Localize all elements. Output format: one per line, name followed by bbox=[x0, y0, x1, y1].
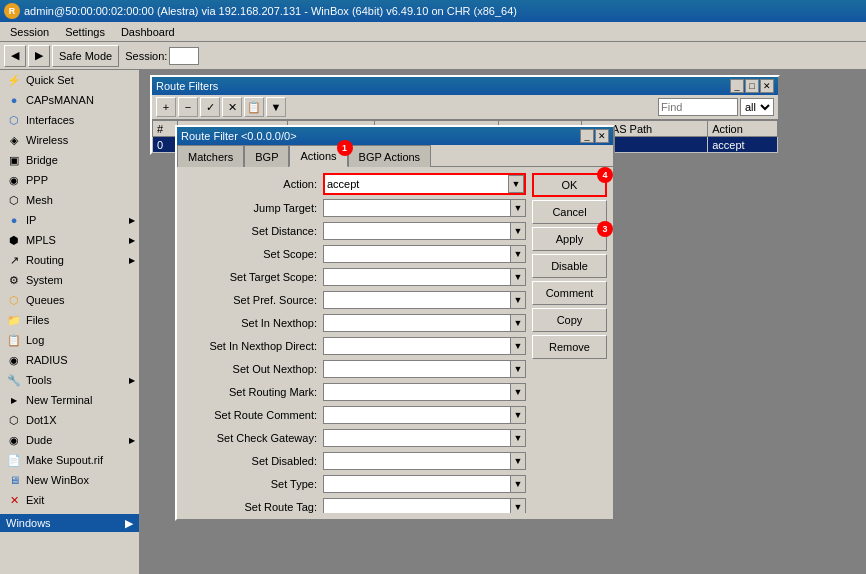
set-distance-dropdown-btn[interactable]: ▼ bbox=[510, 222, 526, 240]
dot1x-icon: ⬡ bbox=[6, 412, 22, 428]
form-row-set-route-comment: Set Route Comment: ▼ bbox=[183, 405, 526, 425]
rf-cancel-button[interactable]: ✕ bbox=[222, 97, 242, 117]
set-check-gateway-input[interactable] bbox=[323, 429, 510, 447]
sidebar-item-quickset[interactable]: ⚡ Quick Set bbox=[0, 70, 139, 90]
session-label: Session: bbox=[125, 50, 167, 62]
sidebar-item-files[interactable]: 📁 Files bbox=[0, 310, 139, 330]
sidebar-item-interfaces[interactable]: ⬡ Interfaces bbox=[0, 110, 139, 130]
remove-button[interactable]: Remove bbox=[532, 335, 607, 359]
sidebar-item-log[interactable]: 📋 Log bbox=[0, 330, 139, 350]
sidebar-item-newwinbox[interactable]: 🖥 New WinBox bbox=[0, 470, 139, 490]
apply-badge: 3 bbox=[597, 221, 613, 237]
sidebar-item-wireless[interactable]: ◈ Wireless bbox=[0, 130, 139, 150]
rf-filter-button[interactable]: ▼ bbox=[266, 97, 286, 117]
set-scope-input[interactable] bbox=[323, 245, 510, 263]
rf-remove-button[interactable]: − bbox=[178, 97, 198, 117]
rf-find-input[interactable] bbox=[658, 98, 738, 116]
set-in-nexthop-input[interactable] bbox=[323, 314, 510, 332]
set-in-nexthop-direct-dropdown-btn[interactable]: ▼ bbox=[510, 337, 526, 355]
set-type-dropdown-btn[interactable]: ▼ bbox=[510, 475, 526, 493]
comment-button[interactable]: Comment bbox=[532, 281, 607, 305]
set-route-tag-dropdown-btn[interactable]: ▼ bbox=[510, 498, 526, 513]
sidebar-item-bridge[interactable]: ▣ Bridge bbox=[0, 150, 139, 170]
set-disabled-input[interactable] bbox=[323, 452, 510, 470]
sidebar-item-queues[interactable]: ⬡ Queues bbox=[0, 290, 139, 310]
tab-bgp-actions[interactable]: BGP Actions bbox=[348, 145, 432, 167]
windows-expand-icon[interactable]: ▶ bbox=[125, 517, 133, 530]
action-input[interactable] bbox=[325, 175, 508, 193]
set-routing-mark-dropdown-btn[interactable]: ▼ bbox=[510, 383, 526, 401]
sidebar-item-system[interactable]: ⚙ System bbox=[0, 270, 139, 290]
set-distance-input[interactable] bbox=[323, 222, 510, 240]
set-scope-dropdown-btn[interactable]: ▼ bbox=[510, 245, 526, 263]
sidebar-item-ip[interactable]: ● IP bbox=[0, 210, 139, 230]
set-disabled-dropdown-btn[interactable]: ▼ bbox=[510, 452, 526, 470]
sidebar-item-dot1x[interactable]: ⬡ Dot1X bbox=[0, 410, 139, 430]
sidebar-item-makesupout[interactable]: 📄 Make Supout.rif bbox=[0, 450, 139, 470]
sidebar-item-mpls[interactable]: ⬢ MPLS bbox=[0, 230, 139, 250]
jump-target-input[interactable] bbox=[323, 199, 510, 217]
safe-mode-button[interactable]: Safe Mode bbox=[52, 45, 119, 67]
copy-button[interactable]: Copy bbox=[532, 308, 607, 332]
sidebar-item-dude[interactable]: ◉ Dude bbox=[0, 430, 139, 450]
rf-check-button[interactable]: ✓ bbox=[200, 97, 220, 117]
app-icon: R bbox=[4, 3, 20, 19]
forward-button[interactable]: ▶ bbox=[28, 45, 50, 67]
rf-minimize-button[interactable]: _ bbox=[730, 79, 744, 93]
bridge-icon: ▣ bbox=[6, 152, 22, 168]
action-dropdown-btn[interactable]: ▼ bbox=[508, 175, 524, 193]
sidebar-item-routing[interactable]: ↗ Routing bbox=[0, 250, 139, 270]
tab-actions[interactable]: Actions 1 bbox=[289, 145, 347, 167]
set-scope-container: ▼ bbox=[323, 245, 526, 263]
set-in-nexthop-dropdown-btn[interactable]: ▼ bbox=[510, 314, 526, 332]
set-target-scope-input[interactable] bbox=[323, 268, 510, 286]
rf-copy-button[interactable]: 📋 bbox=[244, 97, 264, 117]
set-pref-source-dropdown-btn[interactable]: ▼ bbox=[510, 291, 526, 309]
set-route-comment-dropdown-btn[interactable]: ▼ bbox=[510, 406, 526, 424]
sidebar-label-dude: Dude bbox=[26, 434, 52, 446]
dude-icon: ◉ bbox=[6, 432, 22, 448]
rf-close-button[interactable]: ✕ bbox=[760, 79, 774, 93]
set-routing-mark-input[interactable] bbox=[323, 383, 510, 401]
sidebar-item-tools[interactable]: 🔧 Tools bbox=[0, 370, 139, 390]
menu-settings[interactable]: Settings bbox=[57, 25, 113, 39]
set-out-nexthop-input[interactable] bbox=[323, 360, 510, 378]
label-set-type: Set Type: bbox=[183, 478, 323, 490]
menu-session[interactable]: Session bbox=[2, 25, 57, 39]
apply-button[interactable]: Apply bbox=[532, 227, 607, 251]
windows-bar: Windows ▶ bbox=[0, 514, 139, 532]
set-out-nexthop-dropdown-btn[interactable]: ▼ bbox=[510, 360, 526, 378]
set-route-tag-input[interactable] bbox=[323, 498, 510, 513]
ok-button[interactable]: OK bbox=[532, 173, 607, 197]
set-in-nexthop-direct-input[interactable] bbox=[323, 337, 510, 355]
cancel-button[interactable]: Cancel bbox=[532, 200, 607, 224]
set-route-comment-input[interactable] bbox=[323, 406, 510, 424]
content-area: Route Filters _ □ ✕ + − ✓ ✕ 📋 ▼ all bbox=[140, 70, 866, 574]
set-pref-source-input[interactable] bbox=[323, 291, 510, 309]
sidebar-item-capsman[interactable]: ● CAPsMANAN bbox=[0, 90, 139, 110]
tab-bgp[interactable]: BGP bbox=[244, 145, 289, 167]
sidebar-item-radius[interactable]: ◉ RADIUS bbox=[0, 350, 139, 370]
menu-dashboard[interactable]: Dashboard bbox=[113, 25, 183, 39]
label-set-disabled: Set Disabled: bbox=[183, 455, 323, 467]
set-type-input[interactable] bbox=[323, 475, 510, 493]
rf-add-button[interactable]: + bbox=[156, 97, 176, 117]
rfd-close-button[interactable]: ✕ bbox=[595, 129, 609, 143]
jump-target-dropdown-btn[interactable]: ▼ bbox=[510, 199, 526, 217]
label-action: Action: bbox=[183, 178, 323, 190]
rfd-minimize-button[interactable]: _ bbox=[580, 129, 594, 143]
session-input[interactable] bbox=[169, 47, 199, 65]
sidebar-item-newterminal[interactable]: ▶ New Terminal bbox=[0, 390, 139, 410]
set-out-nexthop-container: ▼ bbox=[323, 360, 526, 378]
rf-maximize-button[interactable]: □ bbox=[745, 79, 759, 93]
set-check-gateway-dropdown-btn[interactable]: ▼ bbox=[510, 429, 526, 447]
sidebar-item-mesh[interactable]: ⬡ Mesh bbox=[0, 190, 139, 210]
set-target-scope-dropdown-btn[interactable]: ▼ bbox=[510, 268, 526, 286]
disable-button[interactable]: Disable bbox=[532, 254, 607, 278]
rf-find-select[interactable]: all bbox=[740, 98, 774, 116]
back-button[interactable]: ◀ bbox=[4, 45, 26, 67]
sidebar-item-exit[interactable]: ✕ Exit bbox=[0, 490, 139, 510]
sidebar-item-ppp[interactable]: ◉ PPP bbox=[0, 170, 139, 190]
tab-matchers[interactable]: Matchers bbox=[177, 145, 244, 167]
set-check-gateway-container: ▼ bbox=[323, 429, 526, 447]
